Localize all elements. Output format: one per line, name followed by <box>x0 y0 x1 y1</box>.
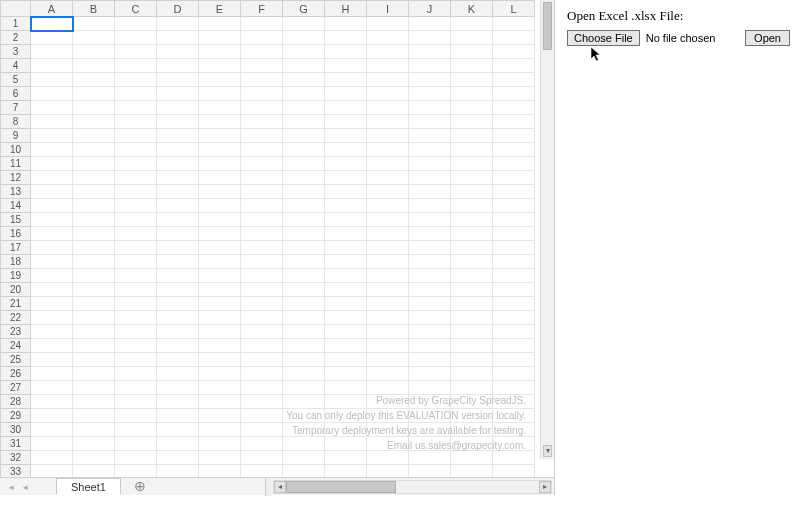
cell[interactable] <box>241 157 283 171</box>
cell[interactable] <box>115 451 157 465</box>
cell[interactable] <box>157 59 199 73</box>
cell[interactable] <box>241 325 283 339</box>
cell[interactable] <box>199 339 241 353</box>
cell[interactable] <box>199 269 241 283</box>
cell[interactable] <box>283 17 325 31</box>
column-header[interactable]: B <box>73 1 115 17</box>
cell[interactable] <box>157 437 199 451</box>
cell[interactable] <box>31 381 73 395</box>
cell[interactable] <box>31 353 73 367</box>
cell[interactable] <box>73 311 115 325</box>
cell[interactable] <box>493 437 535 451</box>
cell[interactable] <box>241 381 283 395</box>
cell[interactable] <box>409 115 451 129</box>
column-header[interactable]: I <box>367 1 409 17</box>
cell[interactable] <box>493 465 535 478</box>
row-header[interactable]: 31 <box>1 437 31 451</box>
cell[interactable] <box>283 59 325 73</box>
cell[interactable] <box>325 325 367 339</box>
cell[interactable] <box>493 297 535 311</box>
sheet-tab[interactable]: Sheet1 <box>56 478 121 495</box>
cell[interactable] <box>283 129 325 143</box>
cell[interactable] <box>367 269 409 283</box>
cell[interactable] <box>367 31 409 45</box>
cell[interactable] <box>241 451 283 465</box>
cell[interactable] <box>115 31 157 45</box>
cell[interactable] <box>157 367 199 381</box>
cell[interactable] <box>241 353 283 367</box>
cell[interactable] <box>409 87 451 101</box>
cell[interactable] <box>451 115 493 129</box>
cell[interactable] <box>31 31 73 45</box>
cell[interactable] <box>115 241 157 255</box>
cell[interactable] <box>367 87 409 101</box>
cell[interactable] <box>493 17 535 31</box>
cell[interactable] <box>283 339 325 353</box>
row-header[interactable]: 33 <box>1 465 31 478</box>
cell[interactable] <box>31 311 73 325</box>
column-header[interactable]: G <box>283 1 325 17</box>
cell[interactable] <box>241 171 283 185</box>
column-header[interactable]: H <box>325 1 367 17</box>
cell[interactable] <box>325 409 367 423</box>
cell[interactable] <box>199 31 241 45</box>
cell[interactable] <box>115 395 157 409</box>
cell[interactable] <box>451 129 493 143</box>
cell[interactable] <box>31 241 73 255</box>
cell[interactable] <box>31 395 73 409</box>
cell[interactable] <box>73 423 115 437</box>
cell[interactable] <box>73 227 115 241</box>
cell[interactable] <box>451 367 493 381</box>
cell[interactable] <box>451 31 493 45</box>
cell[interactable] <box>325 297 367 311</box>
cell[interactable] <box>367 283 409 297</box>
cell[interactable] <box>409 213 451 227</box>
cell[interactable] <box>199 115 241 129</box>
cell[interactable] <box>451 269 493 283</box>
cell[interactable] <box>367 157 409 171</box>
cell[interactable] <box>73 325 115 339</box>
tab-splitter[interactable] <box>265 478 271 496</box>
row-header[interactable]: 24 <box>1 339 31 353</box>
cell[interactable] <box>73 241 115 255</box>
cell[interactable] <box>115 87 157 101</box>
cell[interactable] <box>493 87 535 101</box>
tab-nav-first-icon[interactable]: ◂ <box>4 480 18 494</box>
cell[interactable] <box>115 227 157 241</box>
cell[interactable] <box>493 185 535 199</box>
cell[interactable] <box>367 17 409 31</box>
cell[interactable] <box>367 465 409 478</box>
column-header[interactable]: J <box>409 1 451 17</box>
cell[interactable] <box>451 87 493 101</box>
cell[interactable] <box>157 353 199 367</box>
cell[interactable] <box>115 423 157 437</box>
cell[interactable] <box>115 437 157 451</box>
row-header[interactable]: 14 <box>1 199 31 213</box>
cell[interactable] <box>409 185 451 199</box>
cell[interactable] <box>325 59 367 73</box>
cell[interactable] <box>199 451 241 465</box>
cell[interactable] <box>31 339 73 353</box>
cell[interactable] <box>73 381 115 395</box>
cell[interactable] <box>283 213 325 227</box>
cell[interactable] <box>325 241 367 255</box>
vertical-scrollbar[interactable]: ▾ <box>540 0 554 459</box>
cell[interactable] <box>199 255 241 269</box>
cell[interactable] <box>73 395 115 409</box>
cell[interactable] <box>451 241 493 255</box>
cell[interactable] <box>451 423 493 437</box>
cell[interactable] <box>493 143 535 157</box>
row-header[interactable]: 30 <box>1 423 31 437</box>
cell[interactable] <box>115 367 157 381</box>
row-header[interactable]: 15 <box>1 213 31 227</box>
cell[interactable] <box>367 367 409 381</box>
cell[interactable] <box>31 143 73 157</box>
cell[interactable] <box>493 227 535 241</box>
cell[interactable] <box>157 325 199 339</box>
cell[interactable] <box>31 409 73 423</box>
cell[interactable] <box>241 409 283 423</box>
cell[interactable] <box>73 143 115 157</box>
cell[interactable] <box>115 311 157 325</box>
cell[interactable] <box>199 213 241 227</box>
row-header[interactable]: 2 <box>1 31 31 45</box>
